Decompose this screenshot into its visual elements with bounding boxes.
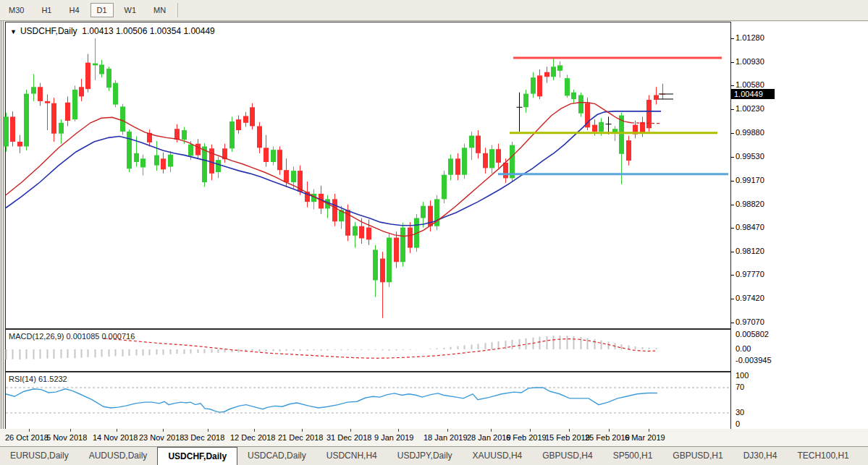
candle-body	[565, 78, 570, 95]
price-axis-tick	[730, 109, 734, 110]
rsi-line	[6, 388, 657, 412]
price-axis-tick	[730, 252, 734, 252]
price-axis-tick	[730, 228, 734, 229]
symbol-tab-audusddaily[interactable]: AUDUSD,Daily	[79, 447, 158, 465]
macd-name: MACD(12,26,9)	[9, 332, 64, 341]
candle-body	[236, 119, 241, 130]
price-axis-tick	[730, 275, 734, 276]
symbol-tab-usdchfdaily[interactable]: USDCHF,Daily	[157, 447, 237, 465]
price-axis-tick	[730, 157, 734, 158]
candle-body	[380, 259, 385, 283]
candle-body	[195, 144, 201, 155]
price-axis-tick	[730, 205, 734, 205]
symbol-tab-sp500h1[interactable]: SP500,H1	[603, 447, 663, 465]
candle-body	[31, 87, 36, 93]
price-axis-tick	[730, 62, 734, 63]
macd-axis-label: 0.005802	[736, 330, 769, 338]
candle-body	[59, 123, 64, 134]
candle-body	[408, 228, 413, 248]
price-axis-label: 1.01280	[736, 33, 764, 42]
candle-body	[626, 140, 631, 161]
symbol-tabbar: EURUSD,DailyAUDUSD,DailyUSDCHF,DailyUSDC…	[0, 446, 868, 465]
candle-body	[646, 100, 652, 128]
candle-body	[489, 149, 494, 168]
candle-body	[469, 136, 474, 148]
price-axis-label: 1.00230	[736, 104, 764, 113]
macd-label: MACD(12,26,9) 0.001085 0.000716	[9, 332, 135, 341]
rsi-axis-label: 30	[736, 408, 744, 417]
candle-body	[332, 199, 337, 221]
chart-symbol-label: USDCHF,Daily	[20, 26, 77, 36]
candle-body	[483, 153, 488, 168]
symbol-tab-usdjpydaily[interactable]: USDJPY,Daily	[387, 447, 463, 465]
symbol-tab-tech100h1[interactable]: TECH100,H1	[787, 447, 859, 465]
rsi-axis-label: 0	[736, 419, 740, 428]
symbol-tab-dj30h4[interactable]: DJ30,H4	[733, 447, 788, 465]
candle-body	[106, 69, 111, 88]
candle-body	[654, 95, 659, 100]
price-axis-tick	[730, 299, 734, 299]
candle-body	[537, 75, 542, 96]
symbol-tab-usdcnhh4[interactable]: USDCNH,H4	[316, 447, 387, 465]
candle-body	[79, 87, 84, 96]
candle-body	[394, 238, 399, 263]
candle-body	[85, 63, 90, 89]
symbol-tab-gbpusdh1[interactable]: GBPUSD,H1	[662, 447, 733, 465]
symbol-tab-xauusdh4[interactable]: XAUUSD,H4	[463, 447, 533, 465]
candle-body	[551, 67, 556, 77]
symbol-tab-gbpusdh4[interactable]: GBPUSD,H4	[532, 447, 602, 465]
candle-body	[544, 72, 549, 77]
candle-body	[462, 148, 467, 174]
chart-title: ▼USDCHF,Daily 1.00413 1.00506 1.00354 1.…	[10, 26, 215, 36]
symbol-tab-ukoil[interactable]: UKOil,	[859, 447, 868, 465]
candle-body	[229, 121, 235, 148]
candle-body	[421, 206, 426, 218]
macd-value-signal: 0.000716	[101, 332, 135, 341]
candle-body	[264, 148, 269, 162]
candle-body	[640, 122, 645, 133]
candle-body	[127, 132, 132, 168]
price-axis-label: 0.99530	[736, 152, 764, 161]
price-axis-label: 0.97770	[736, 270, 764, 278]
chart-canvas[interactable]	[0, 0, 868, 465]
candle-body	[599, 122, 604, 132]
candle-body	[154, 155, 159, 166]
candle-body	[476, 136, 481, 153]
candle-body	[24, 94, 29, 147]
candle-body	[99, 64, 104, 74]
candle-body	[531, 77, 536, 93]
candle-body	[182, 130, 187, 140]
symbol-tab-usdcaddaily[interactable]: USDCAD,Daily	[237, 447, 316, 465]
candle-body	[571, 93, 576, 99]
macd-axis-label: -0.003945	[736, 356, 772, 364]
instrument-dropdown-icon[interactable]: ▼	[10, 28, 17, 35]
rsi-value: 61.5232	[38, 375, 67, 383]
candle-body	[140, 158, 146, 167]
candle-body	[523, 94, 528, 108]
candle-body	[291, 171, 296, 182]
candle-body	[243, 116, 248, 122]
candle-body	[168, 155, 173, 167]
candle-body	[442, 175, 447, 200]
candle-body	[51, 103, 56, 134]
candle-body	[250, 107, 255, 126]
ma-fast-line	[6, 103, 631, 236]
candle-body	[188, 145, 193, 156]
macd-signal-line	[104, 338, 655, 358]
price-axis-label: 0.98120	[736, 247, 764, 255]
candle-body	[161, 158, 166, 169]
candle-body	[455, 158, 460, 174]
candle-body	[202, 146, 207, 182]
rsi-axis-label: 70	[736, 383, 744, 391]
candle-body	[113, 83, 118, 105]
rsi-axis-label: 100	[736, 371, 749, 380]
candle-body	[277, 150, 282, 170]
candle-body	[496, 149, 501, 163]
current-price-tag: 1.00449	[731, 89, 775, 99]
price-axis-label: 0.97070	[736, 317, 764, 326]
candle-body	[373, 249, 378, 280]
symbol-tab-eurusddaily[interactable]: EURUSD,Daily	[0, 447, 79, 465]
price-axis-tick	[730, 38, 734, 39]
price-axis-label: 1.00580	[736, 80, 764, 89]
candle-body	[359, 226, 364, 239]
